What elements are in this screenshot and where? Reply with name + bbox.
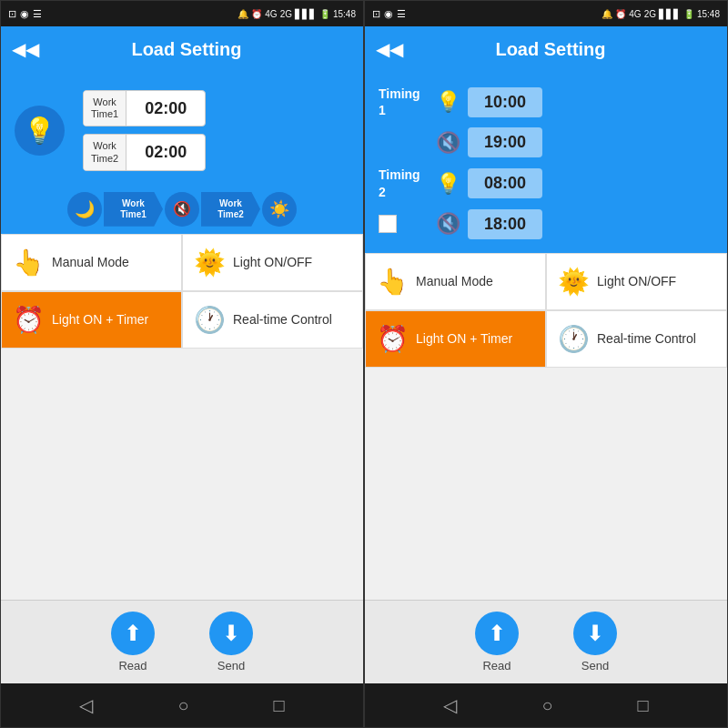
- back-button-left[interactable]: ◀◀: [12, 38, 39, 60]
- bulb-off-icon-t2: 🔇: [436, 212, 460, 236]
- read-btn-right[interactable]: ⬆ Read: [475, 612, 519, 672]
- clock-icon-right: 🕐: [558, 324, 590, 354]
- light-timer-btn-left[interactable]: ⏰ Light ON + Timer: [1, 291, 182, 349]
- work-time2-arrow[interactable]: WorkTime2: [201, 192, 260, 227]
- read-icon-right: ⬆: [475, 612, 519, 655]
- light-onoff-btn-left[interactable]: 🌞 Light ON/OFF: [182, 234, 363, 291]
- light-timer-btn-right[interactable]: ⏰ Light ON + Timer: [365, 310, 546, 368]
- read-label-right: Read: [482, 659, 511, 672]
- recent-nav-left[interactable]: □: [273, 695, 284, 716]
- timing2-off-row: 🔇 18:00: [379, 209, 713, 239]
- time-left: 15:48: [333, 9, 356, 19]
- status-bar-right: ⊡ ◉ ☰ 🔔 ⏰ 4G 2G ▋▋▋ 🔋 15:48: [365, 1, 727, 26]
- work-time1-arrow[interactable]: WorkTime1: [104, 192, 163, 227]
- realtime-btn-left[interactable]: 🕐 Real-time Control: [182, 291, 363, 349]
- timing1-label: Timing1: [379, 86, 429, 118]
- work-time-field-2[interactable]: WorkTime2 02:00: [83, 134, 206, 170]
- send-label-left: Send: [217, 659, 245, 672]
- battery-icon-r: 🔋: [683, 9, 694, 19]
- work-time-label-2: WorkTime2: [84, 135, 126, 169]
- moon-icon-btn[interactable]: 🌙: [67, 192, 102, 227]
- timing2-on-value[interactable]: 08:00: [468, 168, 542, 198]
- status-right-right: 🔔 ⏰ 4G 2G ▋▋▋ 🔋 15:48: [602, 9, 720, 19]
- hand-icon-left: 👆: [13, 248, 45, 278]
- light-timer-label-left: Light ON + Timer: [52, 312, 148, 327]
- left-phone-panel: ⊡ ◉ ☰ 🔔 ⏰ 4G 2G ▋▋▋ 🔋 15:48 ◀◀ Load Sett…: [0, 0, 364, 728]
- work-time-label-1: WorkTime1: [84, 91, 126, 126]
- realtime-btn-right[interactable]: 🕐 Real-time Control: [546, 310, 727, 368]
- network-4g-r: 4G: [629, 9, 641, 19]
- recent-nav-right[interactable]: □: [637, 695, 648, 716]
- sun-spin-icon-left: 🌞: [194, 248, 226, 278]
- timing2-on-row: Timing2 💡 08:00: [379, 167, 713, 199]
- manual-mode-btn-right[interactable]: 👆 Manual Mode: [365, 253, 546, 310]
- status-icon-r2: ◉: [384, 8, 393, 20]
- back-button-right[interactable]: ◀◀: [376, 38, 403, 60]
- timing1-off-value[interactable]: 19:00: [468, 127, 542, 157]
- clock-icon-left: 🕐: [194, 305, 226, 335]
- signal-icon: 🔔: [238, 9, 248, 19]
- manual-mode-label-left: Manual Mode: [52, 255, 129, 269]
- nav-bar-right: ◁ ○ □: [365, 683, 727, 727]
- timing2-off-value[interactable]: 18:00: [468, 209, 542, 239]
- light-onoff-btn-right[interactable]: 🌞 Light ON/OFF: [546, 253, 727, 310]
- work-time-section: 💡 WorkTime1 02:00 WorkTime2 02:00: [1, 72, 363, 185]
- sun-spin-icon-right: 🌞: [558, 267, 590, 297]
- time-right: 15:48: [697, 9, 720, 19]
- status-icon-r3: ☰: [397, 8, 406, 20]
- battery-icon: 🔋: [319, 9, 330, 19]
- work-time-fields: WorkTime1 02:00 WorkTime2 02:00: [83, 90, 206, 171]
- timing1-on-value[interactable]: 10:00: [468, 87, 542, 117]
- status-icon-3: ☰: [33, 8, 42, 20]
- status-icon-1: ⊡: [8, 8, 16, 20]
- page-title-left: Load Setting: [48, 39, 325, 60]
- timing2-label-spacer: [379, 215, 429, 233]
- manual-mode-label-right: Manual Mode: [416, 274, 493, 288]
- timing2-checkbox[interactable]: [379, 215, 397, 233]
- status-icon-r1: ⊡: [372, 8, 380, 20]
- status-icon-2: ◉: [20, 8, 29, 20]
- home-nav-right[interactable]: ○: [541, 695, 552, 716]
- network-2g-r: 2G: [644, 9, 656, 19]
- mode-bar-left: 🌙 WorkTime1 🔇 WorkTime2 ☀️: [1, 185, 363, 234]
- realtime-label-right: Real-time Control: [597, 331, 696, 346]
- read-btn-left[interactable]: ⬆ Read: [111, 612, 155, 672]
- timing-section: Timing1 💡 10:00 🔇 19:00 Timing2 💡 08:00 …: [365, 72, 727, 253]
- work-time-field-1[interactable]: WorkTime1 02:00: [83, 90, 206, 126]
- manual-mode-btn-left[interactable]: 👆 Manual Mode: [1, 234, 182, 291]
- back-nav-right[interactable]: ◁: [443, 694, 457, 716]
- bulb-icon-left: 💡: [15, 106, 65, 156]
- timer-sun-icon-right: ⏰: [377, 324, 409, 354]
- status-right-left: 🔔 ⏰ 4G 2G ▋▋▋ 🔋 15:48: [238, 9, 356, 19]
- send-icon-left: ⬇: [209, 612, 253, 655]
- light-timer-label-right: Light ON + Timer: [416, 331, 512, 346]
- bulb-off-icon-t1: 🔇: [436, 131, 460, 155]
- hand-icon-right: 👆: [377, 267, 409, 297]
- send-btn-left[interactable]: ⬇ Send: [209, 612, 253, 672]
- bulb-on-icon-t2: 💡: [436, 172, 460, 196]
- status-icons-right: ⊡ ◉ ☰: [372, 8, 406, 20]
- page-title-right: Load Setting: [412, 39, 689, 60]
- mode-buttons-left: 👆 Manual Mode 🌞 Light ON/OFF ⏰ Light ON …: [1, 234, 363, 349]
- timing2-label: Timing2: [379, 167, 429, 199]
- network-2g: 2G: [280, 9, 292, 19]
- home-nav-left[interactable]: ○: [177, 695, 188, 716]
- realtime-label-left: Real-time Control: [233, 312, 332, 327]
- read-label-left: Read: [118, 659, 147, 672]
- header-left: ◀◀ Load Setting: [1, 26, 363, 72]
- send-btn-right[interactable]: ⬇ Send: [573, 612, 617, 672]
- read-send-left: ⬆ Read ⬇ Send: [1, 600, 363, 683]
- sun-icon-btn[interactable]: ☀️: [262, 192, 297, 227]
- read-send-right: ⬆ Read ⬇ Send: [365, 600, 727, 683]
- mute-icon-btn[interactable]: 🔇: [165, 192, 199, 227]
- signal-bars: ▋▋▋: [295, 9, 317, 19]
- work-time-value-2: 02:00: [126, 137, 205, 167]
- mode-buttons-right: 👆 Manual Mode 🌞 Light ON/OFF ⏰ Light ON …: [365, 253, 727, 368]
- status-icons-left: ⊡ ◉ ☰: [8, 8, 42, 20]
- back-nav-left[interactable]: ◁: [79, 694, 93, 716]
- nav-bar-left: ◁ ○ □: [1, 683, 363, 727]
- light-onoff-label-left: Light ON/OFF: [233, 255, 312, 269]
- send-icon-right: ⬇: [573, 612, 617, 655]
- timing1-off-row: 🔇 19:00: [379, 127, 713, 157]
- bulb-on-icon-t1: 💡: [436, 90, 460, 114]
